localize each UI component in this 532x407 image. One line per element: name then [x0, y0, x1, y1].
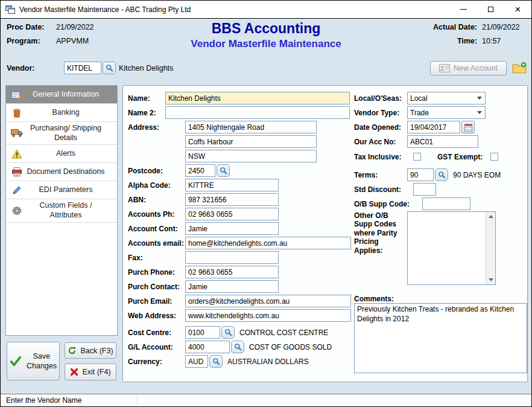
name-input[interactable] [165, 92, 350, 104]
scrollbar[interactable] [486, 212, 495, 284]
terms-input[interactable] [407, 168, 434, 181]
abn-input[interactable] [185, 193, 279, 206]
save-changes-label: Save Changes [26, 351, 57, 371]
tax-inclusive-checkbox[interactable] [413, 153, 421, 161]
sidebar-item-label: Banking [24, 108, 113, 118]
address3-row [128, 150, 317, 162]
sidebar-item-banking[interactable]: Banking [6, 104, 117, 122]
account-cont-input[interactable] [185, 222, 279, 235]
scroll-down-button[interactable] [486, 275, 495, 284]
our-acc-no-input[interactable] [407, 135, 478, 148]
web-address-input[interactable] [185, 309, 351, 322]
scrollbar-track[interactable] [486, 221, 495, 275]
sidebar-item-label: Alerts [24, 149, 113, 159]
accounts-email-input[interactable] [185, 237, 351, 249]
purch-contact-input[interactable] [185, 280, 279, 293]
sidebar-item-alerts[interactable]: Alerts [6, 145, 117, 163]
vendor-code-input[interactable] [64, 62, 101, 74]
accounts-email-label: Accounts email: [128, 239, 185, 248]
sidebar-item-custom-fields[interactable]: Custom Fields / Attributes [6, 199, 117, 222]
address-line1-input[interactable] [185, 121, 317, 133]
currency-label: Currency: [128, 357, 185, 366]
vendor-name-text: Kitchen Delights [119, 64, 173, 72]
local-oseas-value: Local [410, 94, 428, 103]
maximize-icon [488, 7, 493, 12]
date-opened-row: Date Opened: [354, 121, 475, 133]
chevron-down-icon [477, 111, 482, 117]
magnifier-icon [212, 357, 220, 365]
sidebar-item-general-information[interactable]: General Information [6, 86, 117, 104]
minimize-icon [460, 9, 467, 10]
cost-centre-search-button[interactable] [221, 326, 235, 339]
comments-label: Comments: [354, 295, 394, 303]
date-opened-label: Date Opened: [354, 123, 407, 132]
purch-phone-input[interactable] [185, 266, 279, 278]
date-opened-input[interactable] [407, 121, 460, 133]
std-discount-input[interactable] [413, 183, 436, 196]
sidebar-item-label: Purchasing/ Shipping Details [24, 124, 113, 143]
magnifier-icon [234, 343, 242, 351]
other-ob-supp-codes-box[interactable] [407, 211, 496, 285]
green-circular-arrow-icon [68, 346, 77, 355]
cost-centre-input[interactable] [185, 326, 220, 339]
gl-account-search-button[interactable] [231, 341, 244, 353]
name2-row: Name 2: [128, 106, 350, 119]
sidebar: General Information Banking Purchasing/ … [5, 85, 118, 336]
terms-row: Terms: 90 DAYS EOM [354, 168, 501, 181]
alpha-code-input[interactable] [185, 179, 279, 191]
our-acc-no-row: Our Acc No: [354, 135, 478, 148]
vendor-search-button[interactable] [103, 62, 116, 74]
back-button[interactable]: Back (F3) [65, 342, 116, 359]
ob-supp-code-input[interactable] [422, 197, 470, 210]
accounts-ph-input[interactable] [185, 208, 279, 220]
sidebar-item-label: Custom Fields / Attributes [24, 201, 113, 220]
postcode-input[interactable] [185, 164, 215, 177]
std-discount-row: Std Discount: [354, 183, 436, 196]
postcode-label: Postcode: [128, 167, 185, 175]
currency-search-button[interactable] [209, 355, 223, 368]
currency-input[interactable] [185, 355, 208, 368]
delivery-truck-icon [10, 129, 24, 138]
exit-button[interactable]: Exit (F4) [65, 364, 116, 380]
gst-exempt-label: GST Exempt: [437, 153, 490, 161]
new-account-button[interactable]: New Account [430, 61, 507, 75]
purch-email-input[interactable] [185, 295, 351, 307]
vendor-type-row: Vendor Type: Trade [354, 106, 486, 119]
web-address-label: Web Address: [128, 312, 185, 320]
actual-date-value: 21/09/2022 [482, 23, 525, 31]
window-title: Vendor Masterfile Maintenance - ABC Trad… [19, 5, 450, 14]
address-line3-input[interactable] [185, 150, 317, 162]
exit-label: Exit (F4) [82, 368, 110, 376]
tax-gst-row: Tax Inclusive: GST Exempt: [354, 150, 498, 163]
address2-row [128, 135, 317, 148]
local-oseas-select[interactable]: Local [407, 92, 486, 104]
ob-supp-code-label: O/B Supp Code: [354, 200, 422, 208]
comments-input[interactable]: Previously Kitchen Treats - rebranded as… [354, 303, 527, 373]
maximize-button[interactable] [477, 1, 504, 18]
sidebar-item-purchasing-shipping[interactable]: Purchasing/ Shipping Details [6, 122, 117, 145]
fax-input[interactable] [185, 251, 279, 264]
minimize-button[interactable] [450, 1, 477, 18]
address-line2-input[interactable] [185, 135, 317, 148]
date-picker-button[interactable] [461, 121, 475, 133]
terms-search-button[interactable] [435, 168, 448, 181]
sidebar-item-edi-parameters[interactable]: EDI Parameters [6, 181, 117, 199]
name2-input[interactable] [165, 106, 350, 119]
other-ob-supp-codes-content[interactable] [408, 212, 486, 284]
postcode-search-button[interactable] [217, 164, 230, 177]
ob-supp-code-row: O/B Supp Code: [354, 197, 470, 210]
address1-row: Address: [128, 121, 317, 133]
currency-row: Currency: AUSTRALIAN DOLLARS [128, 355, 309, 368]
scroll-up-button[interactable] [486, 212, 495, 221]
add-vendor-folder-button[interactable] [510, 60, 528, 75]
user-card-icon [439, 64, 450, 72]
status-text: Enter the Vendor Name [6, 396, 81, 405]
gst-exempt-checkbox[interactable] [490, 153, 498, 161]
vendor-type-select[interactable]: Trade [407, 106, 486, 119]
gl-account-input[interactable] [185, 341, 230, 353]
sidebar-item-document-destinations[interactable]: Document Destinations [6, 163, 117, 181]
local-oseas-row: Local/O'Seas: Local [354, 92, 486, 104]
save-changes-button[interactable]: Save Changes [7, 342, 60, 380]
close-button[interactable]: × [504, 1, 531, 18]
name2-label: Name 2: [128, 109, 165, 117]
